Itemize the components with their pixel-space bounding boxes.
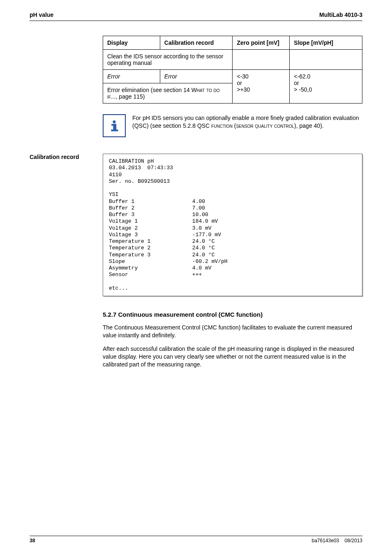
section-p1: The Continuous Measurement Control (CMC … [103,324,362,339]
info-row: For pH IDS sensors you can optionally en… [103,114,362,137]
td-error-zero: <-30 or >+30 [233,70,290,104]
footer-doc: ba76143e03 [312,538,339,543]
th-display: Display [103,36,160,50]
td-clean-slope [290,50,362,70]
error-2: Error [164,73,177,80]
info-c: , page 40). [296,122,324,129]
footer-rule [30,536,362,536]
footer-date: 08/2013 [345,538,362,543]
td-clean: Clean the IDS sensor according to the se… [103,50,233,70]
calibration-record-label: Calibration record [30,154,95,296]
header-right: MultiLab 4010-3 [319,12,362,18]
info-b: function (sensor quality control) [211,122,296,129]
page-footer: 38 ba76143e03 08/2013 [30,533,362,543]
header-left: pH value [30,12,53,18]
th-zero: Zero point [mV] [233,36,290,50]
td-elim: Error elimination (see section 14 What t… [103,83,233,104]
svg-rect-3 [111,129,118,131]
td-error-record: Error [160,70,233,83]
info-text: For pH IDS sensors you can optionally en… [132,114,362,130]
th-slope: Slope [mV/pH] [290,36,362,50]
elim-a: Error elimination (see section 14 [107,87,191,93]
th-record: Calibration record [160,36,233,50]
footer-page-num: 38 [30,538,35,543]
calibration-record-box: CALIBRATION pH 03.04.2013 07:43:33 4110 … [103,154,362,296]
calibration-table: Display Calibration record Zero point [m… [103,36,362,104]
side-column [30,36,95,137]
td-clean-zero [233,50,290,70]
footer-page: 38 [30,538,35,543]
section-p2: After each successful calibration the sc… [103,345,362,368]
td-error-slope: <-62.0 or > -50,0 [290,70,362,104]
footer-meta: ba76143e03 08/2013 [312,538,362,543]
elim-c: , page 115) [116,93,145,100]
side-empty [30,311,95,374]
svg-rect-2 [113,124,116,130]
page-header: pH value MultiLab 4010-3 [0,0,392,21]
error-1: Error [107,73,120,80]
td-error-display: Error [103,70,160,83]
info-icon [103,114,126,137]
svg-point-0 [113,120,115,123]
section-title: 5.2.7 Continuous measurement control (CM… [103,311,362,318]
